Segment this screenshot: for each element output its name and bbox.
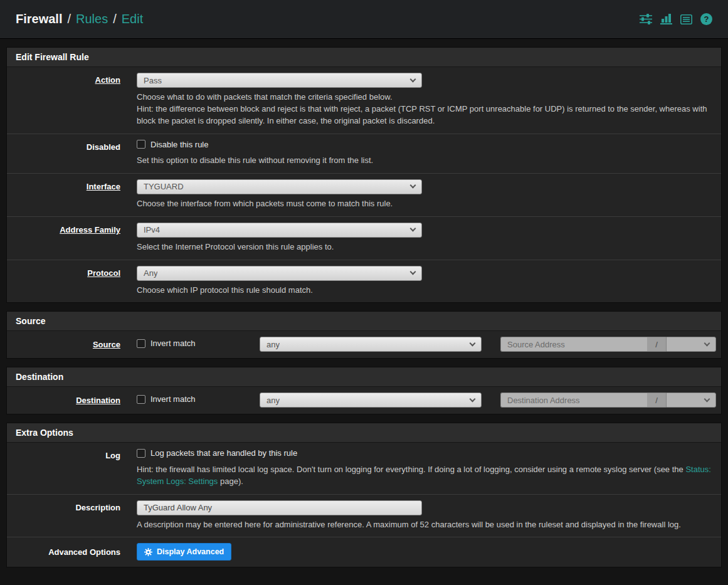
chevron-down-icon	[470, 340, 476, 346]
chevron-down-icon	[470, 396, 476, 402]
top-navbar: Firewall / Rules / Edit	[0, 0, 728, 39]
action-label[interactable]: Action	[7, 73, 129, 127]
interface-row: Interface TYGUARD Choose the interface f…	[7, 174, 721, 217]
source-mask-select	[666, 337, 716, 352]
edit-firewall-rule-panel: Edit Firewall Rule Action Pass Choose wh…	[6, 47, 722, 303]
navbar-icons: ?	[640, 13, 712, 25]
chevron-down-icon	[704, 340, 710, 346]
source-row: Source Invert match any /	[7, 331, 721, 358]
destination-row: Destination Invert match any /	[7, 387, 721, 414]
help-icon[interactable]: ?	[700, 13, 712, 25]
display-advanced-button[interactable]: Display Advanced	[137, 543, 231, 561]
panel-title: Edit Firewall Rule	[7, 48, 721, 67]
breadcrumb-separator: /	[113, 12, 117, 26]
destination-address-group: /	[500, 393, 716, 408]
address-family-label[interactable]: Address Family	[7, 223, 129, 253]
disabled-help: Set this option to disable this rule wit…	[137, 155, 716, 167]
description-input[interactable]	[137, 500, 422, 515]
protocol-select[interactable]: Any	[137, 266, 422, 281]
action-help: Choose what to do with packets that matc…	[137, 92, 716, 127]
description-help: A description may be entered here for ad…	[137, 519, 716, 531]
destination-mask-separator: /	[647, 393, 666, 408]
disable-rule-checkbox[interactable]	[137, 140, 145, 149]
disabled-label: Disabled	[7, 140, 129, 167]
address-family-help: Select the Internet Protocol version thi…	[137, 241, 716, 253]
sliders-icon[interactable]	[640, 14, 652, 24]
source-type-value: any	[266, 340, 280, 349]
action-help-line1: Choose what to do with packets that matc…	[137, 92, 716, 103]
protocol-select-value: Any	[144, 268, 157, 278]
log-help-before: Hint: the firewall has limited local log…	[137, 465, 685, 474]
log-checkbox-row[interactable]: Log packets that are handled by this rul…	[137, 448, 297, 458]
destination-invert-label: Invert match	[150, 394, 196, 404]
breadcrumb: Firewall / Rules / Edit	[16, 12, 143, 26]
log-help-after: page).	[218, 477, 243, 486]
disable-rule-checkbox-row[interactable]: Disable this rule	[137, 140, 209, 149]
breadcrumb-rules[interactable]: Rules	[76, 12, 108, 26]
address-family-select[interactable]: IPv4	[137, 223, 422, 238]
source-panel: Source Source Invert match any /	[6, 311, 722, 359]
log-help: Hint: the firewall has limited local log…	[137, 464, 716, 488]
protocol-help: Choose which IP protocol this rule shoul…	[137, 285, 716, 297]
source-address-group: /	[500, 337, 716, 352]
destination-panel: Destination Destination Invert match any…	[6, 367, 722, 414]
breadcrumb-separator: /	[67, 12, 71, 26]
protocol-row: Protocol Any Choose which IP protocol th…	[7, 260, 721, 303]
log-label: Log	[7, 448, 129, 487]
advanced-options-row: Advanced Options Display Advanced	[7, 537, 721, 567]
panel-title: Source	[7, 312, 721, 331]
panel-title: Extra Options	[7, 423, 721, 443]
source-invert-checkbox-row[interactable]: Invert match	[137, 339, 196, 348]
chevron-down-icon	[410, 182, 416, 189]
description-label: Description	[7, 500, 129, 531]
destination-invert-checkbox[interactable]	[137, 395, 145, 404]
action-select-value: Pass	[144, 76, 162, 85]
chevron-down-icon	[704, 396, 710, 402]
interface-label[interactable]: Interface	[7, 179, 129, 210]
log-checkbox-label: Log packets that are handled by this rul…	[150, 448, 297, 458]
interface-select-value: TYGUARD	[144, 182, 184, 191]
source-invert-checkbox[interactable]	[137, 339, 145, 348]
source-mask-separator: /	[647, 337, 666, 352]
interface-select[interactable]: TYGUARD	[137, 179, 422, 194]
destination-invert-checkbox-row[interactable]: Invert match	[137, 394, 196, 404]
chevron-down-icon	[410, 76, 416, 82]
destination-address-input	[500, 393, 647, 408]
breadcrumb-firewall[interactable]: Firewall	[16, 12, 62, 26]
action-help-line2: Hint: the difference between block and r…	[137, 103, 716, 127]
chevron-down-icon	[410, 226, 416, 232]
disabled-row: Disabled Disable this rule Set this opti…	[7, 134, 721, 174]
chart-bar-icon[interactable]	[660, 14, 672, 24]
destination-type-select[interactable]: any	[260, 393, 482, 408]
disable-rule-checkbox-label: Disable this rule	[150, 140, 209, 149]
destination-label[interactable]: Destination	[7, 396, 129, 405]
source-label[interactable]: Source	[7, 340, 129, 349]
action-row: Action Pass Choose what to do with packe…	[7, 67, 721, 134]
log-checkbox[interactable]	[137, 449, 145, 458]
display-advanced-button-label: Display Advanced	[157, 547, 224, 556]
destination-mask-select	[666, 393, 716, 408]
chevron-down-icon	[410, 269, 416, 275]
description-row: Description A description may be entered…	[7, 495, 721, 538]
source-invert-label: Invert match	[150, 339, 196, 348]
log-row: Log Log packets that are handled by this…	[7, 443, 721, 494]
interface-help: Choose the interface from which packets …	[137, 198, 716, 210]
protocol-label[interactable]: Protocol	[7, 266, 129, 297]
source-type-select[interactable]: any	[260, 337, 482, 352]
panel-title: Destination	[7, 367, 721, 387]
advanced-options-label: Advanced Options	[7, 547, 129, 557]
address-family-select-value: IPv4	[144, 225, 160, 235]
action-select[interactable]: Pass	[137, 73, 422, 88]
gear-icon	[144, 548, 152, 556]
destination-type-value: any	[266, 396, 280, 405]
log-icon[interactable]	[680, 14, 692, 24]
breadcrumb-edit[interactable]: Edit	[122, 12, 143, 26]
source-address-input	[500, 337, 647, 352]
address-family-row: Address Family IPv4 Select the Internet …	[7, 217, 721, 260]
extra-options-panel: Extra Options Log Log packets that are h…	[6, 423, 722, 567]
